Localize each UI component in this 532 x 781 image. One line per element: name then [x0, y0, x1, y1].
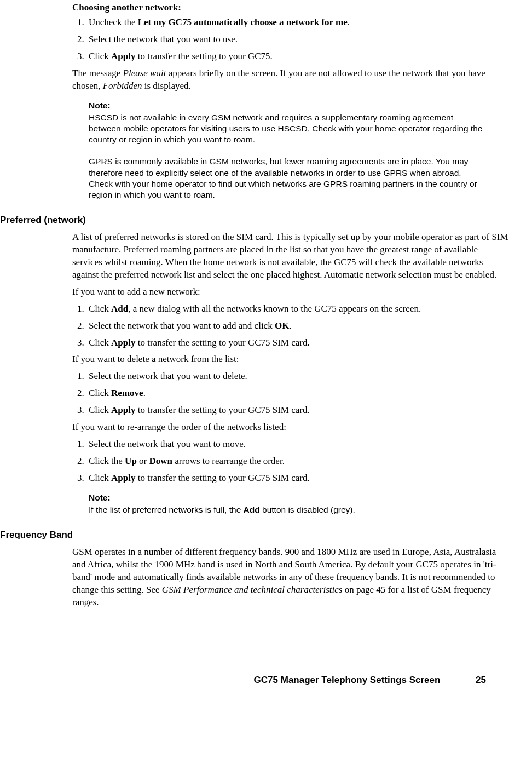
re-step-1: Select the network that you want to move…: [86, 438, 509, 451]
frequency-heading: Frequency Band: [0, 530, 509, 541]
note-block-1: Note: HSCSD is not available in every GS…: [89, 100, 486, 200]
choosing-heading: Choosing another network:: [72, 2, 509, 13]
frequency-text: GSM operates in a number of different fr…: [72, 546, 509, 609]
step-2: Select the network that you want to use.: [86, 33, 509, 46]
page-footer: GC75 Manager Telephony Settings Screen 2…: [0, 675, 509, 686]
page-number: 25: [476, 675, 486, 686]
message-paragraph: The message Please wait appears briefly …: [72, 67, 509, 93]
re-step-2: Click the Up or Down arrows to rearrange…: [86, 455, 509, 468]
add-intro: If you want to add a new network:: [72, 286, 509, 298]
step-3: Click Apply to transfer the setting to y…: [86, 50, 509, 63]
del-step-2: Click Remove.: [86, 387, 509, 400]
re-step-3: Click Apply to transfer the setting to y…: [86, 472, 509, 485]
rearrange-steps: Select the network that you want to move…: [72, 438, 509, 485]
step-1: Uncheck the Let my GC75 automatically ch…: [86, 16, 509, 29]
add-steps: Click Add, a new dialog with all the net…: [72, 303, 509, 349]
note-block-2: Note: If the list of preferred networks …: [89, 492, 486, 515]
document-page: Choosing another network: Uncheck the Le…: [0, 0, 532, 708]
frequency-section: GSM operates in a number of different fr…: [72, 546, 509, 609]
add-step-2: Select the network that you want to add …: [86, 320, 509, 332]
footer-title: GC75 Manager Telephony Settings Screen: [254, 675, 441, 685]
preferred-section: A list of preferred networks is stored o…: [72, 231, 509, 485]
preferred-intro: A list of preferred networks is stored o…: [72, 231, 509, 282]
note-label-2: Note:: [89, 492, 486, 503]
del-step-3: Click Apply to transfer the setting to y…: [86, 404, 509, 417]
note-label: Note:: [89, 100, 486, 111]
choosing-steps: Uncheck the Let my GC75 automatically ch…: [72, 16, 509, 63]
preferred-heading: Preferred (network): [0, 215, 509, 226]
add-step-3: Click Apply to transfer the setting to y…: [86, 337, 509, 349]
note1-p2: GPRS is commonly available in GSM networ…: [89, 157, 477, 199]
delete-intro: If you want to delete a network from the…: [72, 353, 509, 366]
rearrange-intro: If you want to re-arrange the order of t…: [72, 421, 509, 434]
note1-p1: HSCSD is not available in every GSM netw…: [89, 113, 482, 144]
add-step-1: Click Add, a new dialog with all the net…: [86, 303, 509, 315]
choosing-network-section: Choosing another network: Uncheck the Le…: [72, 2, 509, 93]
delete-steps: Select the network that you want to dele…: [72, 370, 509, 417]
del-step-1: Select the network that you want to dele…: [86, 370, 509, 383]
